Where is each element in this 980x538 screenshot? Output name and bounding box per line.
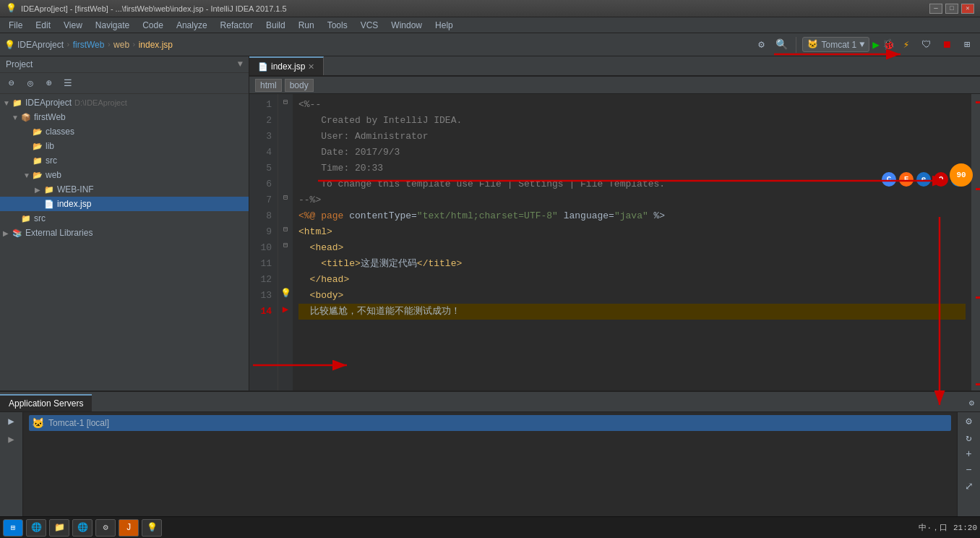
tree-item-web[interactable]: ▼ 📂 web xyxy=(0,168,249,182)
menu-tools[interactable]: Tools xyxy=(322,19,353,32)
coverage-button[interactable]: 🛡 xyxy=(918,36,935,54)
menu-edit[interactable]: Edit xyxy=(30,19,56,32)
menu-vcs[interactable]: VCS xyxy=(355,19,384,32)
menu-window[interactable]: Window xyxy=(385,19,428,32)
menu-file[interactable]: File xyxy=(3,19,28,32)
tree-item-firstweb[interactable]: ▼ 📦 firstWeb xyxy=(0,110,249,124)
taskbar-btn-1[interactable]: 🌐 xyxy=(26,519,46,537)
tree-item-extlib[interactable]: ▶ 📚 External Libraries xyxy=(0,226,249,240)
tab-close-icon[interactable]: ✕ xyxy=(308,62,314,72)
gutter-mark-3 xyxy=(976,296,980,299)
menu-run[interactable]: Run xyxy=(293,19,320,32)
bottom-gear-icon[interactable]: ⚙ xyxy=(966,415,971,427)
run-button[interactable]: ▶ xyxy=(872,38,880,52)
menu-code[interactable]: Code xyxy=(137,19,169,32)
close-button[interactable]: ✕ xyxy=(961,4,974,14)
stop-button[interactable]: ⏹ xyxy=(938,36,955,54)
menu-help[interactable]: Help xyxy=(429,19,459,32)
opera-icon[interactable]: O xyxy=(934,172,948,187)
breadcrumb-sep-1: › xyxy=(66,40,71,49)
taskbar-btn-6[interactable]: 💡 xyxy=(142,519,162,537)
bottom-move-icon[interactable]: ⤢ xyxy=(965,480,973,492)
chrome-icon[interactable]: C xyxy=(882,172,896,187)
code-editor[interactable]: 1 2 3 4 5 6 7 8 9 10 11 12 13 14 xyxy=(249,94,980,390)
expand-ideaproject: ▼ xyxy=(3,99,10,107)
breadcrumb-file[interactable]: index.jsp xyxy=(139,40,173,50)
menu-build[interactable]: Build xyxy=(260,19,291,32)
toolbar: 💡 IDEAproject › firstWeb › web › index.j… xyxy=(0,33,980,56)
bottom-settings-icon[interactable]: ⚙ xyxy=(963,395,980,411)
tree-item-lib[interactable]: 📂 lib xyxy=(0,139,249,153)
expand-icon[interactable]: ⊕ xyxy=(40,74,58,92)
bottom-minus-icon[interactable]: − xyxy=(966,464,971,476)
fold-line9[interactable]: ⊟ xyxy=(283,225,288,234)
tree-item-ideaproject[interactable]: ▼ 📁 IDEAproject D:\IDEAproject xyxy=(0,95,249,110)
bulb-line13[interactable]: 💡 xyxy=(280,288,291,299)
tree-item-classes[interactable]: 📂 classes xyxy=(0,124,249,139)
taskbar-ime[interactable]: 中·，口 xyxy=(919,522,947,533)
minimize-button[interactable]: ─ xyxy=(929,4,942,14)
bottom-refresh-icon[interactable]: ↻ xyxy=(966,432,971,444)
code-indent xyxy=(298,256,321,272)
server-tomcat[interactable]: 🐱 Tomcat-1 [local] xyxy=(29,415,951,431)
tab-application-servers[interactable]: Application Servers xyxy=(0,394,92,411)
bottom-run-icon[interactable]: ▶ xyxy=(8,415,14,427)
tab-label: index.jsp xyxy=(271,61,305,72)
right-gutter xyxy=(971,94,980,390)
code-tag: <title> xyxy=(321,256,361,272)
code-chinese-content: 比较尴尬，不知道能不能测试成功！ xyxy=(298,304,460,320)
maximize-button[interactable]: □ xyxy=(945,4,958,14)
start-button[interactable]: ⊞ xyxy=(3,519,23,537)
code-content[interactable]: <%-- Created by IntelliJ IDEA. User: Adm… xyxy=(293,94,971,390)
bottom-sidebar-icons: ▶ ▶ xyxy=(0,412,23,517)
taskbar-btn-2[interactable]: 📁 xyxy=(49,519,69,537)
lib-label: lib xyxy=(46,141,54,151)
webinf-label: WEB-INF xyxy=(57,184,94,195)
taskbar-btn-4[interactable]: ⚙ xyxy=(95,519,116,537)
sidebar-dropdown-icon[interactable]: ▼ xyxy=(238,59,243,69)
firefox-icon[interactable]: F xyxy=(899,172,914,187)
menu-navigate[interactable]: Navigate xyxy=(90,19,135,32)
layout-button[interactable]: ⊞ xyxy=(958,36,976,54)
profile-button[interactable]: ⚡ xyxy=(898,36,915,54)
breadcrumb-body-tag[interactable]: body xyxy=(285,79,314,92)
code-text: Time: 20:33 xyxy=(298,161,383,176)
fold-line1[interactable]: ⊟ xyxy=(283,98,288,106)
menu-refactor[interactable]: Refactor xyxy=(215,19,259,32)
breadcrumb-web[interactable]: web xyxy=(113,40,129,50)
tree-item-src[interactable]: 📁 src xyxy=(0,153,249,168)
code-text2: contentType= xyxy=(343,208,416,224)
menu-analyze[interactable]: Analyze xyxy=(171,19,213,32)
tree-item-src2[interactable]: 📁 src xyxy=(0,211,249,226)
tree-item-indexjsp[interactable]: 📄 index.jsp xyxy=(0,197,249,211)
bottom-panel: Application Servers ⚙ ▶ ▶ 🐱 Tomcat-1 [lo… xyxy=(0,390,980,517)
search-icon[interactable]: 🔍 xyxy=(773,36,790,54)
breadcrumb-html-tag[interactable]: html xyxy=(255,79,282,92)
menu-view[interactable]: View xyxy=(58,19,88,32)
ideaproject-label: IDEAproject xyxy=(25,98,72,108)
code-indent xyxy=(298,288,310,304)
classes-label: classes xyxy=(46,127,74,137)
code-text4: %> xyxy=(648,208,665,224)
taskbar-btn-3[interactable]: 🌐 xyxy=(72,519,93,537)
tab-indexjsp[interactable]: 📄 index.jsp ✕ xyxy=(249,56,324,75)
breadcrumb-firstweb[interactable]: firstWeb xyxy=(73,40,105,50)
ie-icon[interactable]: e xyxy=(916,172,931,187)
tree-item-webinf[interactable]: ▶ 📁 WEB-INF xyxy=(0,182,249,197)
fold-line10[interactable]: ⊟ xyxy=(283,241,288,249)
breadcrumb-ideaproject[interactable]: IDEAproject xyxy=(17,40,64,50)
code-string2: "java" xyxy=(614,208,648,224)
extlib-label: External Libraries xyxy=(25,228,93,238)
taskbar-btn-5[interactable]: J xyxy=(119,519,139,537)
bottom-plus-icon[interactable]: + xyxy=(966,448,971,460)
settings-icon[interactable]: ⚙ xyxy=(752,36,770,54)
settings-tree-icon[interactable]: ☰ xyxy=(59,74,77,92)
locate-file-icon[interactable]: ◎ xyxy=(22,74,39,92)
breadcrumb-icon: 💡 xyxy=(4,40,15,50)
collapse-all-icon[interactable]: ⊖ xyxy=(3,74,20,92)
debug-icon[interactable]: 🐞 xyxy=(882,38,895,51)
tomcat-selector[interactable]: 🐱 Tomcat 1 ▼ xyxy=(802,37,869,52)
code-line-14: 比较尴尬，不知道能不能测试成功！ xyxy=(298,304,966,320)
app-logo: 💡 xyxy=(6,3,17,14)
bottom-expand-icon[interactable]: ▶ xyxy=(8,433,14,445)
